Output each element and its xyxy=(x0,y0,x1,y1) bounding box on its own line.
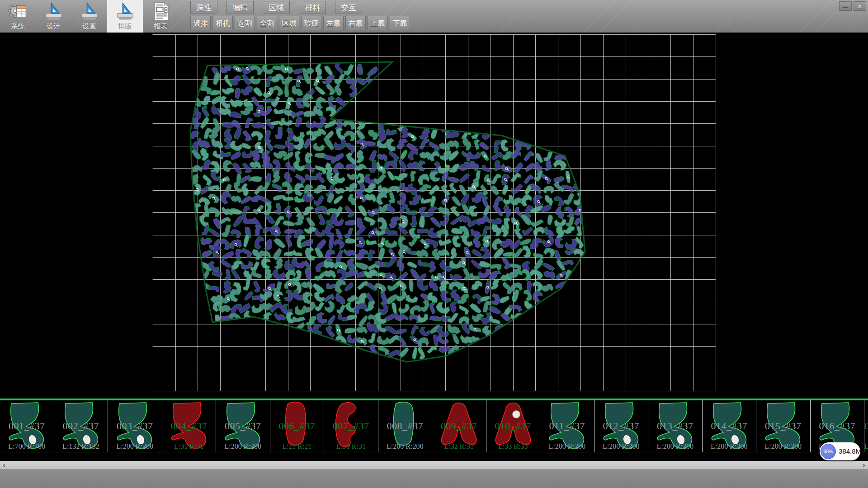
part-thumbnail[interactable]: 015_#37L:200 R:200 xyxy=(756,400,811,452)
tool-button-4[interactable]: 全割 xyxy=(257,16,277,30)
menu-item-2[interactable]: 编辑 xyxy=(226,1,254,14)
part-lr-count-label: L:33 R:33 xyxy=(486,442,540,450)
tool-button-6[interactable]: 瑕疵 xyxy=(301,16,321,30)
part-lr-count-label: L:700 R:700 xyxy=(0,442,54,450)
part-name-label: 011_#37 xyxy=(540,420,594,432)
part-lr-count-label: L:200 R:200 xyxy=(378,442,432,450)
memory-progress-badge: 38% 384.8M xyxy=(820,442,860,460)
design-ruler-icon xyxy=(43,1,64,22)
report-icon xyxy=(151,1,171,22)
part-lr-count-label: L:200 R:200 xyxy=(648,442,702,450)
part-lr-count-label: L:31 R:31 xyxy=(162,442,216,450)
settings-ruler-icon xyxy=(79,1,100,22)
parts-tray: 001_#37L:700 R:700002_#37L:132 R:132003_… xyxy=(0,400,868,452)
menu-item-1[interactable]: 属性 xyxy=(190,1,217,14)
tool-button-9[interactable]: 上靠 xyxy=(368,16,388,30)
part-lr-count-label: L:21 R:21 xyxy=(270,442,324,450)
close-button[interactable]: ✕ xyxy=(854,1,866,11)
tool-button-10[interactable]: 下靠 xyxy=(390,16,410,30)
part-lr-count-label: L:32 R:31 xyxy=(432,442,486,450)
toolbar: 系统设计设置排版报表 属性编辑区域排料交互 聚排相机选割全割区域瑕疵左靠右靠上靠… xyxy=(0,0,868,33)
part-name-label: 016_#37 xyxy=(811,420,864,432)
scroll-right-button[interactable]: › xyxy=(860,461,868,469)
tray-gap xyxy=(0,453,868,461)
part-lr-count-label: L:31 R:31 xyxy=(324,442,378,450)
tool-button-bar: 聚排相机选割全割区域瑕疵左靠右靠上靠下靠 xyxy=(190,16,412,30)
part-name-label: 006_#37 xyxy=(270,420,324,432)
tool-button-2[interactable]: 相机 xyxy=(212,16,233,30)
tool-button-1[interactable]: 聚排 xyxy=(190,16,211,30)
part-lr-count-label: L:200 R:200 xyxy=(108,442,162,450)
part-thumbnail[interactable]: 005_#37L:200 R:200 xyxy=(216,400,270,452)
horizontal-scrollbar[interactable]: ‹ › xyxy=(0,461,868,469)
part-lr-count-label: L:200 R:200 xyxy=(756,442,810,450)
menu-item-4[interactable]: 排料 xyxy=(299,1,326,14)
status-bar xyxy=(0,469,868,488)
tool-button-8[interactable]: 右靠 xyxy=(345,16,366,30)
part-name-label: 001_#37 xyxy=(0,420,54,432)
part-thumbnail[interactable]: 006_#37L:21 R:21 xyxy=(270,400,325,452)
system-gear-icon xyxy=(8,1,28,22)
part-name-label: 010_#37 xyxy=(486,420,540,432)
nav-tab-4[interactable]: 排版 xyxy=(107,0,143,33)
nav-tab-2[interactable]: 设计 xyxy=(36,0,71,33)
minimize-button[interactable]: — xyxy=(839,1,852,11)
nav-tab-5[interactable]: 报表 xyxy=(143,0,179,33)
part-name-label: 012_#37 xyxy=(594,420,648,432)
part-thumbnail[interactable]: 010_#37L:33 R:33 xyxy=(486,400,541,452)
tool-button-7[interactable]: 左靠 xyxy=(323,16,344,30)
nav-tab-bar: 系统设计设置排版报表 xyxy=(0,0,179,33)
progress-percent-label: 38% xyxy=(824,449,833,454)
menu-bar: 属性编辑区域排料交互 xyxy=(190,1,371,14)
tool-button-3[interactable]: 选割 xyxy=(235,16,255,30)
part-lr-count-label: L:200 R:200 xyxy=(594,442,648,450)
progress-percent-badge: 38% xyxy=(821,444,836,459)
nav-tab-label: 设计 xyxy=(36,22,71,31)
nav-tab-label: 报表 xyxy=(143,22,179,31)
part-name-label: 013_#37 xyxy=(648,420,702,432)
nesting-canvas[interactable] xyxy=(0,33,868,399)
tool-button-5[interactable]: 区域 xyxy=(279,16,299,30)
nav-tab-1[interactable]: 系统 xyxy=(0,0,36,33)
part-name-label: 015_#37 xyxy=(756,420,810,432)
part-name-label: 003_#37 xyxy=(108,420,162,432)
part-name-label: 004_#37 xyxy=(162,420,216,432)
part-name-label: 014_#37 xyxy=(703,420,756,432)
app-window: 系统设计设置排版报表 属性编辑区域排料交互 聚排相机选割全割区域瑕疵左靠右靠上靠… xyxy=(0,0,868,488)
nav-tab-label: 系统 xyxy=(0,22,36,31)
nav-tab-label: 排版 xyxy=(107,22,143,31)
part-lr-count-label: L:132 R:132 xyxy=(54,442,108,450)
part-thumbnail[interactable]: 007_#37L:31 R:31 xyxy=(324,400,378,452)
part-lr-count-label: L: xyxy=(864,442,868,450)
part-thumbnail[interactable]: 002_#37L:132 R:132 xyxy=(54,400,108,452)
part-thumbnail[interactable]: 0L: xyxy=(864,400,868,452)
part-thumbnail[interactable]: 014_#37L:200 R:200 xyxy=(703,400,757,452)
part-name-label: 005_#37 xyxy=(216,420,270,432)
nav-tab-3[interactable]: 设置 xyxy=(71,0,107,33)
nesting-ruler-icon xyxy=(115,1,136,22)
part-thumbnail[interactable]: 013_#37L:200 R:200 xyxy=(648,400,703,452)
part-thumbnail[interactable]: 008_#37L:200 R:200 xyxy=(378,400,433,452)
part-name-label: 002_#37 xyxy=(54,420,108,432)
menu-item-5[interactable]: 交互 xyxy=(335,1,362,14)
scroll-left-button[interactable]: ‹ xyxy=(0,461,8,469)
part-name-label: 007_#37 xyxy=(324,420,378,432)
part-thumbnail[interactable]: 003_#37L:200 R:200 xyxy=(108,400,162,452)
part-thumbnail[interactable]: 012_#37L:200 R:200 xyxy=(594,400,649,452)
part-lr-count-label: L:200 R:200 xyxy=(216,442,270,450)
part-lr-count-label: L:200 R:200 xyxy=(703,442,756,450)
nav-tab-label: 设置 xyxy=(71,22,107,31)
part-name-label: 009_#37 xyxy=(432,420,486,432)
memory-usage-label: 384.8M xyxy=(839,442,861,460)
window-controls: — ✕ xyxy=(839,1,866,11)
part-name-label: 0 xyxy=(864,420,868,432)
part-thumbnail[interactable]: 009_#37L:32 R:31 xyxy=(432,400,486,452)
menu-item-3[interactable]: 区域 xyxy=(263,1,290,14)
part-lr-count-label: L:200 R:200 xyxy=(540,442,594,450)
part-thumbnail[interactable]: 011_#37L:200 R:200 xyxy=(540,400,594,452)
part-thumbnail[interactable]: 004_#37L:31 R:31 xyxy=(162,400,217,452)
part-thumbnail[interactable]: 001_#37L:700 R:700 xyxy=(0,400,54,452)
nesting-canvas-area xyxy=(0,33,868,399)
part-name-label: 008_#37 xyxy=(378,420,432,432)
